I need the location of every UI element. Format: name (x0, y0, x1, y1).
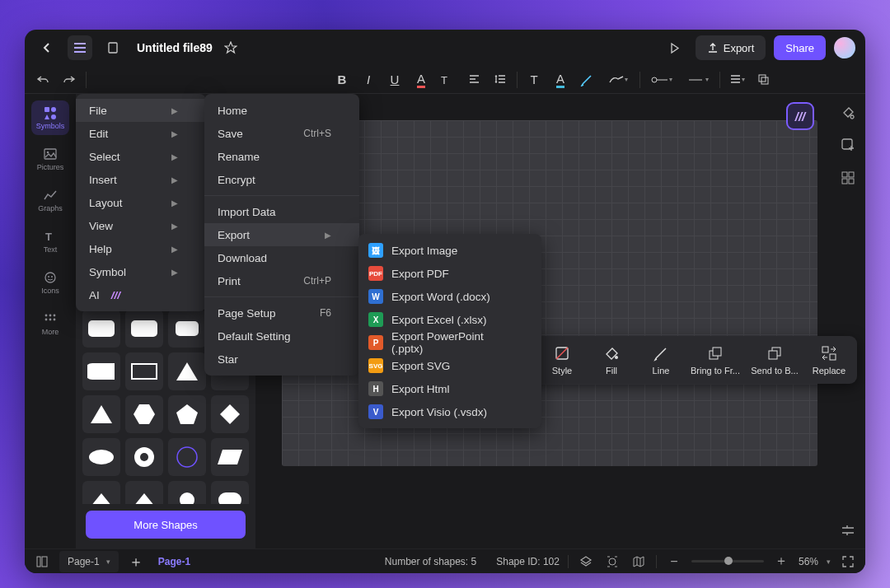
shape-donut[interactable] (125, 438, 163, 476)
page-layout-icon[interactable] (33, 553, 51, 571)
file-home[interactable]: Home (204, 99, 359, 122)
back-button[interactable] (35, 35, 59, 60)
line-cap-end-icon[interactable]: ▾ (680, 68, 716, 91)
shape-rounded-rect-1[interactable] (82, 310, 120, 348)
fill-bucket-icon[interactable] (838, 102, 858, 122)
font-color-icon[interactable]: A (408, 68, 434, 91)
rail-more[interactable]: More (31, 306, 69, 341)
shape-ellipse[interactable] (82, 438, 120, 476)
rail-symbols[interactable]: Symbols (31, 100, 69, 135)
brush-icon[interactable] (574, 68, 600, 91)
text-size-icon[interactable]: T (434, 68, 461, 91)
shape-circle-outline[interactable] (168, 438, 206, 476)
shape-triangle-2[interactable] (82, 395, 120, 433)
star-icon[interactable] (221, 35, 241, 60)
connector-icon[interactable]: ▾ (600, 68, 636, 91)
avatar[interactable] (834, 37, 855, 58)
file-export[interactable]: Export▶ (204, 223, 359, 246)
export-svg[interactable]: SVGExport SVG (358, 354, 541, 377)
file-rename[interactable]: Rename (204, 145, 359, 168)
add-element-icon[interactable] (838, 135, 858, 155)
layers-status-icon[interactable] (577, 553, 595, 571)
shape-half-rounded[interactable] (82, 352, 120, 390)
add-page-icon[interactable]: ＋ (127, 553, 145, 571)
chevron-down-icon[interactable]: ▾ (827, 558, 831, 566)
shape-pentagon[interactable] (168, 395, 206, 433)
file-print[interactable]: PrintCtrl+P (204, 269, 359, 292)
bold-icon[interactable]: B (329, 68, 355, 91)
ctx-line[interactable]: Line (636, 341, 686, 379)
filename-label[interactable]: Untitled file89 (137, 41, 213, 54)
file-page-setup[interactable]: Page SetupF6 (204, 301, 359, 324)
shape-diamond[interactable] (211, 395, 249, 433)
export-excel[interactable]: XExport Excel (.xlsx) (358, 308, 541, 331)
shape-rect-outline[interactable] (125, 352, 163, 390)
menu-edit[interactable]: Edit▶ (76, 122, 206, 145)
shape-rounded-rect-3[interactable] (168, 310, 206, 348)
highlight-icon[interactable]: A (547, 68, 574, 91)
shape-triangle-up[interactable] (168, 352, 206, 390)
panel-toggle-icon[interactable] (838, 520, 858, 540)
shape-rounded-4[interactable] (211, 481, 249, 504)
map-icon[interactable] (630, 553, 648, 571)
more-shapes-button[interactable]: More Shapes (86, 511, 246, 539)
line-spacing-icon[interactable] (487, 68, 513, 91)
menu-ai[interactable]: AI/// (76, 283, 206, 306)
ctx-send-back[interactable]: Send to B... (745, 341, 804, 379)
undo-icon[interactable] (30, 68, 56, 91)
ctx-style[interactable]: Style (537, 341, 587, 379)
menu-file[interactable]: File▶ (76, 99, 206, 122)
shape-triangle-3[interactable] (82, 481, 120, 504)
rail-graphs[interactable]: Graphs (31, 183, 69, 217)
page-dropdown[interactable]: Page-1 ▾ (59, 551, 119, 572)
italic-icon[interactable]: I (355, 68, 382, 91)
rail-icons[interactable]: Icons (31, 265, 69, 300)
rail-text[interactable]: T Text (31, 224, 69, 259)
focus-icon[interactable] (603, 553, 621, 571)
ai-badge[interactable]: /// (786, 102, 814, 130)
ctx-replace[interactable]: Replace (804, 341, 854, 379)
menu-view[interactable]: View▶ (76, 214, 206, 237)
line-cap-start-icon[interactable]: ▾ (644, 68, 680, 91)
export-word[interactable]: WExport Word (.docx) (358, 285, 541, 308)
zoom-in-icon[interactable]: ＋ (772, 553, 790, 571)
redo-icon[interactable] (56, 68, 82, 91)
play-icon[interactable] (663, 35, 687, 60)
menu-insert[interactable]: Insert▶ (76, 168, 206, 191)
export-image[interactable]: 🖼Export Image (358, 239, 541, 262)
menu-select[interactable]: Select▶ (76, 145, 206, 168)
shape-hexagon[interactable] (125, 395, 163, 433)
rail-pictures[interactable]: Pictures (31, 142, 69, 176)
file-save[interactable]: SaveCtrl+S (204, 122, 359, 145)
export-powerpoint[interactable]: PExport PowerPoint (.pptx) (358, 331, 541, 354)
zoom-out-icon[interactable]: − (665, 553, 683, 571)
file-download[interactable]: Download (204, 246, 359, 269)
menu-layout[interactable]: Layout▶ (76, 191, 206, 214)
grid-view-icon[interactable] (838, 168, 858, 188)
file-import-data[interactable]: Import Data (204, 200, 359, 223)
menu-symbol[interactable]: Symbol▶ (76, 260, 206, 283)
distribute-icon[interactable]: ▾ (724, 68, 750, 91)
ctx-bring-front[interactable]: Bring to Fr... (686, 341, 745, 379)
ctx-fill[interactable]: Fill (587, 341, 636, 379)
file-star[interactable]: Star (204, 348, 359, 371)
file-default-setting[interactable]: Default Setting (204, 324, 359, 348)
fullscreen-icon[interactable] (839, 553, 857, 571)
hamburger-menu-button[interactable] (68, 35, 92, 60)
share-button[interactable]: Share (774, 35, 826, 60)
shape-circle-small[interactable] (168, 481, 206, 504)
file-encrypt[interactable]: Encrypt (204, 168, 359, 191)
shape-parallelogram[interactable] (211, 438, 249, 476)
export-button[interactable]: Export (696, 35, 766, 60)
export-pdf[interactable]: PDFExport PDF (358, 262, 541, 285)
menu-help[interactable]: Help▶ (76, 237, 206, 260)
layers-icon[interactable] (750, 68, 776, 91)
align-left-icon[interactable] (461, 68, 487, 91)
text-tool-icon[interactable]: T (521, 68, 547, 91)
export-visio[interactable]: VExport Visio (.vsdx) (358, 400, 541, 423)
zoom-slider[interactable] (691, 560, 764, 562)
export-html[interactable]: HExport Html (358, 377, 541, 400)
shape-rounded-rect-2[interactable] (125, 310, 163, 348)
shape-triangle-4[interactable] (125, 481, 163, 504)
underline-icon[interactable]: U (382, 68, 408, 91)
